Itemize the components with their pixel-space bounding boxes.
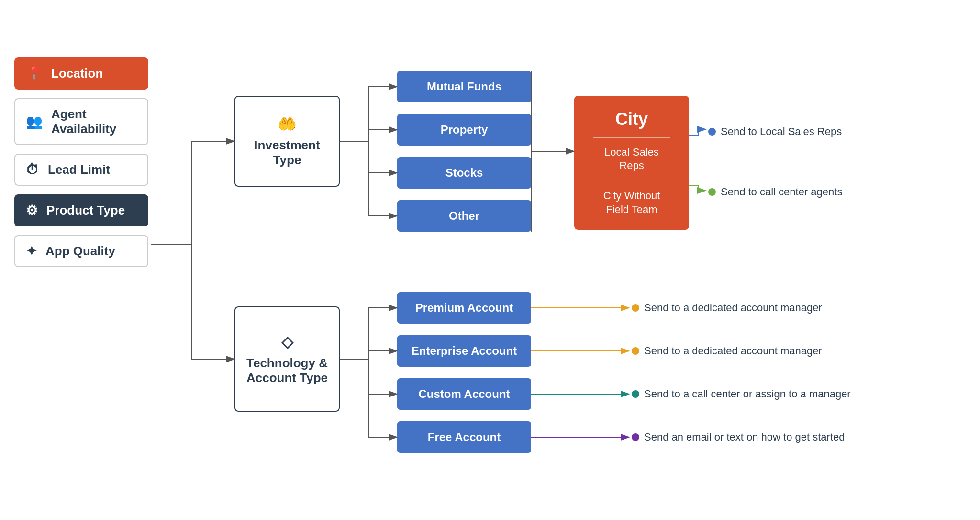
sidebar-label-lead: Lead Limit bbox=[48, 162, 110, 177]
city-box: City Local SalesReps City WithoutField T… bbox=[574, 96, 689, 230]
sidebar-label-app: App Quality bbox=[45, 244, 115, 259]
sidebar-item-app-quality[interactable]: ✦ App Quality bbox=[14, 235, 148, 267]
custom-output: Send to a call center or assign to a man… bbox=[632, 388, 851, 400]
free-dot bbox=[632, 433, 639, 441]
product-icon: ⚙ bbox=[26, 204, 38, 217]
city-sub2: City WithoutField Team bbox=[603, 189, 660, 216]
city-label: City bbox=[615, 109, 648, 129]
mutual-funds-box: Mutual Funds bbox=[397, 71, 531, 102]
city-divider2 bbox=[593, 181, 670, 181]
investment-icon: 🤲 bbox=[278, 115, 297, 133]
technology-account-node: ◇ Technology &Account Type bbox=[234, 306, 340, 412]
premium-output: Send to a dedicated account manager bbox=[632, 302, 822, 314]
technology-account-label: Technology &Account Type bbox=[246, 356, 328, 385]
agent-icon: 👥 bbox=[26, 115, 43, 128]
city-sub1: Local SalesReps bbox=[604, 146, 659, 173]
free-output: Send an email or text on how to get star… bbox=[632, 431, 845, 443]
enterprise-output: Send to a dedicated account manager bbox=[632, 345, 822, 357]
premium-account-box: Premium Account bbox=[397, 292, 531, 324]
call-center-output: Send to call center agents bbox=[708, 186, 842, 198]
sidebar-label-location: Location bbox=[51, 66, 103, 81]
custom-account-box: Custom Account bbox=[397, 378, 531, 410]
enterprise-dot bbox=[632, 347, 639, 355]
premium-dot bbox=[632, 304, 639, 312]
call-center-dot bbox=[708, 188, 716, 196]
stocks-box: Stocks bbox=[397, 157, 531, 189]
custom-dot bbox=[632, 390, 639, 398]
sidebar: 📍 Location 👥 Agent Availability ⏱ Lead L… bbox=[14, 57, 148, 267]
enterprise-account-box: Enterprise Account bbox=[397, 335, 531, 367]
city-divider bbox=[593, 137, 670, 138]
sidebar-label-product: Product Type bbox=[46, 203, 125, 218]
diagram-container: 📍 Location 👥 Agent Availability ⏱ Lead L… bbox=[0, 0, 980, 520]
local-sales-output: Send to Local Sales Reps bbox=[708, 125, 842, 138]
free-account-box: Free Account bbox=[397, 421, 531, 453]
technology-icon: ◇ bbox=[281, 333, 293, 351]
sidebar-item-agent-availability[interactable]: 👥 Agent Availability bbox=[14, 98, 148, 145]
other-box: Other bbox=[397, 200, 531, 232]
location-icon: 📍 bbox=[26, 67, 43, 80]
sidebar-item-lead-limit[interactable]: ⏱ Lead Limit bbox=[14, 154, 148, 186]
investment-type-label: InvestmentType bbox=[254, 138, 320, 168]
property-box: Property bbox=[397, 114, 531, 146]
investment-type-node: 🤲 InvestmentType bbox=[234, 96, 340, 187]
sidebar-item-location[interactable]: 📍 Location bbox=[14, 57, 148, 90]
local-sales-dot bbox=[708, 128, 716, 136]
lead-icon: ⏱ bbox=[26, 163, 39, 177]
sidebar-label-agent: Agent Availability bbox=[51, 107, 137, 136]
app-icon: ✦ bbox=[26, 245, 37, 258]
sidebar-item-product-type[interactable]: ⚙ Product Type bbox=[14, 194, 148, 226]
